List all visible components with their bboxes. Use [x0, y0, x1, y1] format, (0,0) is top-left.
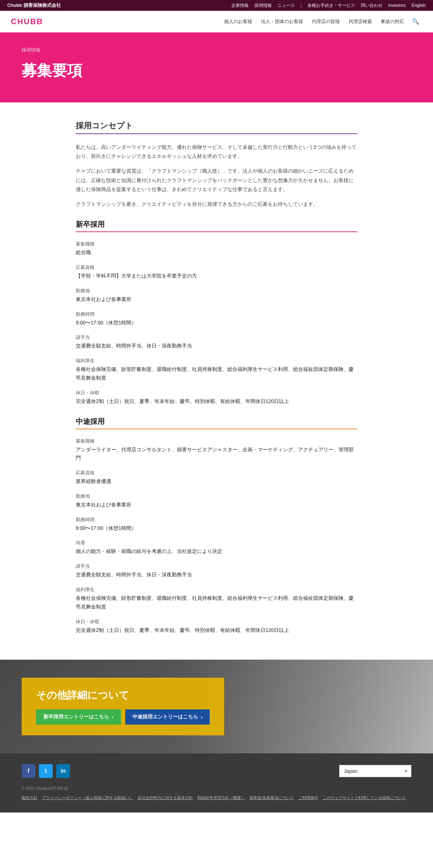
new-grad-location-value: 東京本社および各事業所	[76, 295, 357, 304]
main-nav: CHUBB 個人のお客様 法人・団体のお客様 代理店の皆様 代理店検索 事故の対…	[0, 11, 433, 32]
new-grad-hours-row: 勤務時間 9:00〜17:00（休憩1時間）	[76, 311, 357, 327]
nav-personal[interactable]: 個人のお客様	[220, 15, 256, 28]
new-grad-location-row: 勤務地 東京本社および各事業所	[76, 288, 357, 304]
mid-career-welfare-label: 福利厚生	[76, 586, 357, 593]
new-grad-allowance-value: 交通費全額支給、時間外手当、休日・深夜勤務手当	[76, 342, 357, 350]
top-nav: 企業情報 採用情報 ニュース | 各種お手続き・サービス 問い合わせ Inves…	[231, 3, 426, 9]
nav-agents[interactable]: 代理店の皆様	[308, 15, 344, 28]
mid-career-table: 募集職種 アンダーライター、代理店コンサルタント、損害サービスアジャスター、企画…	[76, 438, 357, 635]
top-nav-kigyo[interactable]: 企業情報	[231, 3, 249, 9]
concept-p2: チャブにおいて重要な資質は、「クラフトマンシップ（職人技）」です。法人や個人のお…	[76, 167, 357, 194]
mid-career-location-value: 東京本社および各事業所	[76, 501, 357, 509]
new-grad-entry-button[interactable]: 新卒採用エントリーはこちら ›	[36, 709, 121, 725]
arrow-right-icon: ›	[112, 714, 114, 720]
mid-career-qualification-value: 業界経験者優遇	[76, 477, 357, 486]
new-grad-qualification-row: 応募資格 【学部・学科不問】大学または大学院を卒業予定の方	[76, 264, 357, 280]
new-grad-job-type-label: 募集職種	[76, 241, 357, 247]
mid-career-allowance-row: 諸手当 交通費全額支給、時間外手当、休日・深夜勤務手当	[76, 563, 357, 579]
cta-buttons: 新卒採用エントリーはこちら › 中途採用エントリーはこちら ›	[36, 709, 210, 725]
logo[interactable]: CHUBB	[11, 17, 43, 26]
new-grad-qualification-value: 【学部・学科不問】大学または大学院を卒業予定の方	[76, 272, 357, 280]
nav-divider: |	[301, 3, 302, 8]
concept-p3: クラフトマンシップを磨き、クリエイティビティを存分に発揮できる方からのご応募をお…	[76, 200, 357, 209]
top-nav-english[interactable]: English	[412, 3, 426, 8]
mid-career-allowance-value: 交通費全額支給、時間外手当、休日・深夜勤務手当	[76, 571, 357, 579]
cta-section: その他詳細について 新卒採用エントリーはこちら › 中途採用エントリーはこちら …	[0, 660, 433, 753]
cta-title: その他詳細について	[36, 688, 210, 702]
footer-link-3[interactable]: 料師紛争管理方針（概要）	[197, 794, 245, 802]
new-grad-welfare-label: 福利厚生	[76, 358, 357, 364]
new-grad-allowance-label: 諸手当	[76, 334, 357, 341]
company-name: Chubb 損害保険株式会社	[7, 2, 61, 9]
mid-career-allowance-label: 諸手当	[76, 563, 357, 570]
footer-link-6[interactable]: このウェブサイトで利用している技術について	[323, 794, 406, 802]
top-nav-news[interactable]: ニュース	[277, 3, 295, 9]
copyright: © 2021 Chubb ATI7100.02	[22, 786, 69, 790]
new-grad-qualification-label: 応募資格	[76, 264, 357, 271]
mid-career-title: 中途採用	[76, 417, 357, 426]
footer-link-5[interactable]: ご利用条件	[298, 794, 318, 802]
new-grad-job-type-row: 募集職種 総合職	[76, 241, 357, 257]
country-selector-wrapper: Japan	[339, 765, 411, 777]
nav-accident[interactable]: 事故の対応	[377, 15, 408, 28]
mid-career-job-type-value: アンダーライター、代理店コンサルタント、損害サービスアジャスター、企画・マーケテ…	[76, 446, 357, 463]
concept-p1: 私たちは、高いアンダーライティング能力、優れた保険サービス、そして卓越した実行力…	[76, 143, 357, 161]
mid-career-holiday-row: 休日・休暇 完全週休2制（土日）祝日、夏季、年末年始、慶弔、特別休暇、有給休暇、…	[76, 619, 357, 635]
top-nav-investors[interactable]: Investors	[388, 3, 406, 8]
mid-career-welfare-row: 福利厚生 各種社会保険完備、財形貯蓄制度、退職給付制度、社員持株制度、総合福利厚…	[76, 586, 357, 611]
footer-link-4[interactable]: 業界接/免責事項について	[249, 794, 294, 802]
new-grad-welfare-value: 各種社会保険完備、財形貯蓄制度、退職給付制度、社員持株制度、総合福利厚生サービス…	[76, 365, 357, 382]
top-nav-saiyo[interactable]: 採用情報	[254, 3, 272, 9]
mid-career-entry-button[interactable]: 中途採用エントリーはこちら ›	[125, 709, 210, 725]
new-grad-table: 募集職種 総合職 応募資格 【学部・学科不問】大学または大学院を卒業予定の方 勤…	[76, 241, 357, 406]
new-grad-holiday-row: 休日・休暇 完全週休2制（土日）祝日、夏季、年末年始、慶弔、特別休暇、有給休暇、…	[76, 390, 357, 406]
footer-bottom: © 2021 Chubb ATI7100.02 報告方針 プライバシーポリシー（…	[22, 785, 411, 802]
arrow-right-icon: ›	[201, 714, 203, 720]
new-grad-holiday-value: 完全週休2制（土日）祝日、夏季、年末年始、慶弔、特別休暇、有給休暇、年間休日12…	[76, 397, 357, 406]
top-bar: Chubb 損害保険株式会社 企業情報 採用情報 ニュース | 各種お手続き・サ…	[0, 0, 433, 11]
footer-links: 報告方針 プライバシーポリシー（個人情報に関する取扱い） 反社会的勢力に対する基…	[22, 794, 411, 802]
footer-top: f t in Japan	[22, 764, 411, 778]
new-grad-holiday-label: 休日・休暇	[76, 390, 357, 396]
top-nav-service[interactable]: 各種お手続き・サービス	[307, 3, 355, 9]
breadcrumb: 採用情報	[22, 47, 411, 53]
mid-career-qualification-label: 応募資格	[76, 470, 357, 476]
mid-career-location-label: 勤務地	[76, 493, 357, 500]
mid-career-treatment-value: 個人の能力・経験・前職の給与を考慮の上、当社規定により決定	[76, 547, 357, 556]
mid-career-hours-value: 9:00〜17:00（休憩1時間）	[76, 524, 357, 533]
concept-divider	[76, 133, 357, 134]
mid-career-holiday-label: 休日・休暇	[76, 619, 357, 625]
country-selector[interactable]: Japan	[339, 765, 411, 777]
footer-link-0[interactable]: 報告方針	[22, 794, 38, 802]
new-grad-title: 新卒採用	[76, 220, 357, 229]
top-nav-contact[interactable]: 問い合わせ	[361, 3, 382, 9]
new-grad-allowance-row: 諸手当 交通費全額支給、時間外手当、休日・深夜勤務手当	[76, 334, 357, 350]
mid-career-hours-row: 勤務時間 9:00〜17:00（休憩1時間）	[76, 517, 357, 533]
cta-content: その他詳細について 新卒採用エントリーはこちら › 中途採用エントリーはこちら …	[0, 663, 246, 750]
mid-career-job-type-row: 募集職種 アンダーライター、代理店コンサルタント、損害サービスアジャスター、企画…	[76, 438, 357, 463]
linkedin-icon[interactable]: in	[56, 764, 70, 778]
new-grad-job-type-value: 総合職	[76, 248, 357, 257]
cta-yellow-box: その他詳細について 新卒採用エントリーはこちら › 中途採用エントリーはこちら …	[22, 678, 224, 735]
twitter-icon[interactable]: t	[39, 764, 53, 778]
new-grad-location-label: 勤務地	[76, 288, 357, 294]
page-title: 募集要項	[22, 61, 411, 81]
footer: f t in Japan © 2021 Chubb ATI7100.02 報告方…	[0, 753, 433, 812]
new-grad-welfare-row: 福利厚生 各種社会保険完備、財形貯蓄制度、退職給付制度、社員持株制度、総合福利厚…	[76, 358, 357, 382]
new-grad-divider	[76, 231, 357, 232]
footer-link-2[interactable]: 反社会的勢力に対する基本方針	[137, 794, 193, 802]
footer-link-1[interactable]: プライバシーポリシー（個人情報に関する取扱い）	[42, 794, 133, 802]
facebook-icon[interactable]: f	[22, 764, 35, 778]
search-icon[interactable]: 🔍	[409, 15, 422, 28]
main-content: 採用コンセプト 私たちは、高いアンダーライティング能力、優れた保険サービス、そし…	[54, 102, 379, 660]
mid-career-hours-label: 勤務時間	[76, 517, 357, 523]
new-grad-hours-label: 勤務時間	[76, 311, 357, 318]
mid-career-location-row: 勤務地 東京本社および各事業所	[76, 493, 357, 509]
mid-career-qualification-row: 応募資格 業界経験者優遇	[76, 470, 357, 486]
nav-corporate[interactable]: 法人・団体のお客様	[257, 15, 307, 28]
nav-links: 個人のお客様 法人・団体のお客様 代理店の皆様 代理店検索 事故の対応 🔍	[220, 15, 422, 28]
social-icons: f t in	[22, 764, 70, 778]
nav-agent-search[interactable]: 代理店検索	[345, 15, 376, 28]
mid-career-treatment-label: 待遇	[76, 540, 357, 546]
mid-career-holiday-value: 完全週休2制（土日）祝日、夏季、年末年始、慶弔、特別休暇、有給休暇、年間休日12…	[76, 626, 357, 635]
